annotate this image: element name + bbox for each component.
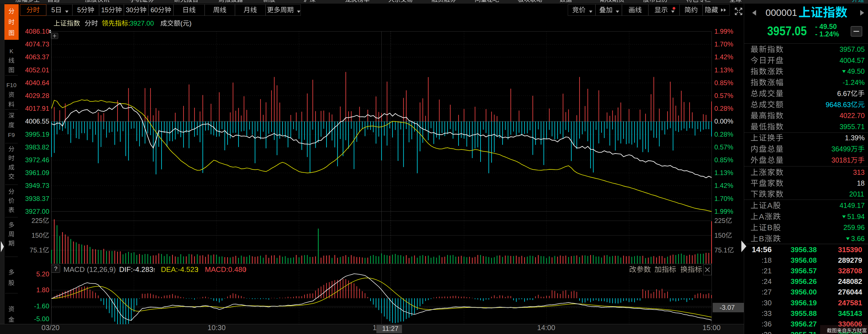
svg-text:↑: ↑	[196, 266, 199, 273]
svg-text:4004.57: 4004.57	[840, 57, 865, 64]
svg-text:4063.37: 4063.37	[25, 53, 49, 61]
svg-text:60: 60	[151, 6, 158, 13]
svg-text:4006.55: 4006.55	[25, 118, 49, 125]
svg-text:6.67: 6.67	[837, 90, 851, 97]
svg-text:MACD (12,26,9): MACD (12,26,9)	[63, 265, 116, 274]
svg-text:15:00: 15:00	[702, 324, 720, 332]
svg-text:3957.05: 3957.05	[767, 23, 807, 38]
svg-text:4022.70: 4022.70	[840, 112, 865, 119]
svg-text:3938.37: 3938.37	[25, 195, 49, 202]
svg-text:1.80: 1.80	[36, 286, 49, 294]
svg-text:315390: 315390	[838, 245, 862, 254]
svg-text:1.70%: 1.70%	[714, 40, 733, 48]
svg-text:5.20: 5.20	[36, 270, 49, 278]
svg-text:247581: 247581	[838, 299, 862, 307]
svg-text:A: A	[767, 201, 773, 210]
svg-text:1.13%: 1.13%	[714, 66, 733, 74]
svg-text:0.57%: 0.57%	[714, 92, 733, 99]
svg-text:3927.00: 3927.00	[130, 20, 154, 27]
svg-text:3956.08: 3956.08	[790, 256, 817, 265]
svg-text:328708: 328708	[838, 267, 862, 275]
svg-text::36: :36	[762, 320, 772, 328]
svg-text:51.94: 51.94	[847, 213, 865, 220]
svg-text::27: :27	[762, 288, 772, 296]
svg-text:75.1: 75.1	[714, 246, 727, 254]
svg-text:259.96: 259.96	[843, 223, 865, 231]
svg-text:49.50: 49.50	[847, 67, 865, 75]
svg-text:289279: 289279	[838, 256, 862, 265]
svg-text:345143: 345143	[838, 309, 862, 317]
svg-text:1.42%: 1.42%	[714, 53, 733, 61]
svg-text:?: ?	[54, 265, 57, 272]
svg-text:0.85%: 0.85%	[714, 79, 733, 87]
svg-text:248082: 248082	[838, 277, 862, 285]
svg-text:3956.19: 3956.19	[790, 299, 817, 307]
svg-text:36499: 36499	[832, 145, 851, 153]
svg-text:3956.26: 3956.26	[790, 277, 817, 285]
svg-text:3955.71: 3955.71	[840, 123, 865, 130]
svg-text:9648.63: 9648.63	[826, 101, 851, 109]
svg-text:4074.73: 4074.73	[25, 40, 49, 48]
svg-text:3961.09: 3961.09	[25, 169, 49, 177]
svg-text:2011: 2011	[849, 190, 864, 198]
svg-text:1.39%: 1.39%	[845, 134, 865, 142]
svg-text:A: A	[759, 212, 764, 221]
svg-text:5: 5	[51, 6, 55, 13]
svg-text:3956.57: 3956.57	[790, 267, 817, 275]
svg-text:F10: F10	[6, 82, 17, 88]
svg-text:0.28%: 0.28%	[714, 130, 733, 138]
svg-text:- 49.50: - 49.50	[815, 23, 837, 30]
svg-text:14:00: 14:00	[537, 324, 555, 332]
svg-text::30: :30	[762, 299, 772, 307]
svg-text:3957.05: 3957.05	[840, 45, 865, 53]
svg-text:↑: ↑	[153, 266, 156, 273]
svg-text:11:27: 11:27	[382, 325, 398, 332]
svg-text:1.99%: 1.99%	[714, 208, 733, 215]
svg-text:4149.17: 4149.17	[840, 202, 865, 209]
svg-text:276044: 276044	[838, 288, 862, 296]
svg-text:1.70%: 1.70%	[714, 195, 733, 202]
svg-text:DIF:-4.283: DIF:-4.283	[119, 265, 153, 274]
svg-text:-1.24%: -1.24%	[843, 79, 865, 86]
svg-text:10:30: 10:30	[207, 324, 225, 332]
svg-text:225: 225	[31, 217, 42, 224]
svg-text:0.28%: 0.28%	[714, 105, 733, 112]
svg-text:-5.00: -5.00	[34, 315, 49, 323]
svg-text::18: :18	[762, 256, 772, 265]
svg-text:3949.73: 3949.73	[25, 182, 49, 189]
svg-text:30181: 30181	[832, 156, 851, 164]
svg-text:4052.01: 4052.01	[25, 66, 49, 74]
svg-text:1.99%: 1.99%	[714, 28, 733, 35]
svg-text:B: B	[759, 234, 764, 243]
svg-text:B: B	[767, 223, 773, 232]
svg-text::39: :39	[762, 330, 772, 334]
svg-text:-3.07: -3.07	[720, 304, 735, 311]
svg-text:F9: F9	[8, 132, 15, 138]
svg-text:4017.91: 4017.91	[25, 105, 49, 112]
svg-text:↑: ↑	[243, 266, 247, 273]
svg-text:15: 15	[101, 6, 108, 13]
svg-text:-1.60: -1.60	[34, 302, 49, 310]
svg-text:3955.71: 3955.71	[790, 330, 817, 334]
svg-text:0.57%: 0.57%	[714, 143, 733, 151]
svg-text::24: :24	[762, 277, 772, 285]
svg-text:3983.82: 3983.82	[25, 143, 49, 151]
svg-text:3956.27: 3956.27	[790, 320, 817, 328]
svg-text:- 1.24%: - 1.24%	[815, 30, 839, 38]
svg-text:(: (	[180, 20, 183, 27]
svg-text:): )	[189, 20, 191, 27]
svg-text:5: 5	[77, 6, 81, 13]
svg-text:75.1: 75.1	[30, 246, 42, 254]
svg-text:3956.38: 3956.38	[790, 245, 817, 254]
svg-text:4040.64: 4040.64	[25, 79, 49, 87]
svg-text:3972.46: 3972.46	[25, 156, 49, 164]
svg-text::33: :33	[762, 309, 772, 317]
svg-text:1.42%: 1.42%	[714, 182, 733, 189]
svg-text:3.66: 3.66	[851, 235, 865, 242]
svg-text:3927.00: 3927.00	[25, 208, 49, 215]
svg-text:MACD:0.480: MACD:0.480	[205, 265, 246, 274]
svg-text:150: 150	[714, 232, 725, 239]
svg-text:3995.19: 3995.19	[25, 130, 49, 138]
svg-text:150: 150	[31, 232, 42, 239]
svg-text:DEA:-4.523: DEA:-4.523	[161, 265, 198, 274]
